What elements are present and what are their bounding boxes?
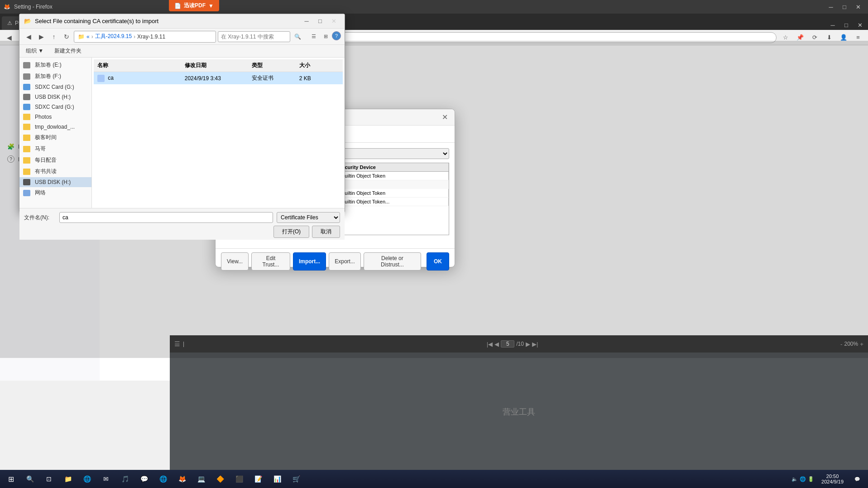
taskbar-store[interactable]: 🛒 (287, 470, 305, 488)
fd-organize-btn[interactable]: 组织 ▼ (23, 46, 46, 56)
file-size-ca: 2 KB (296, 74, 343, 82)
browser-maximize-btn[interactable]: □ (840, 20, 853, 30)
taskbar-explorer[interactable]: 📁 (59, 470, 77, 488)
daily-folder-icon (23, 157, 30, 164)
breadcrumb-sep1: › (91, 34, 93, 40)
filename-row: 文件名(N): Certificate Files (24, 212, 340, 223)
fd-view-list-btn[interactable]: ☰ (308, 31, 319, 42)
start-menu-btn[interactable]: ⊞ (2, 470, 20, 488)
file-search-input[interactable] (218, 31, 290, 42)
breadcrumb-root-icon: 📁 (78, 34, 85, 40)
clock-time: 20:50 (826, 474, 839, 479)
taskbar-terminal[interactable]: ⬛ (230, 470, 248, 488)
file-dialog-close-btn[interactable]: ✕ (327, 16, 340, 26)
taskbar-monitor[interactable]: 📊 (268, 470, 286, 488)
network-icon (23, 190, 30, 196)
sidebar-usb-h1[interactable]: USB DISK (H:) (19, 92, 91, 102)
fd-help-btn[interactable]: ? (332, 31, 341, 40)
task-view-btn[interactable]: ⊡ (40, 470, 58, 488)
cert-manager-close-btn[interactable]: ✕ (440, 113, 449, 122)
minimize-btn[interactable]: ─ (825, 2, 837, 12)
sidebar-photos[interactable]: Photos (19, 112, 91, 122)
filetype-select[interactable]: Certificate Files (277, 212, 340, 223)
sdxc-g1-icon (23, 84, 30, 90)
taskbar-vscode[interactable]: 💻 (192, 470, 210, 488)
books-folder-icon (23, 169, 30, 175)
file-row-ca[interactable]: ca 2024/9/19 3:43 安全证书 2 KB (94, 72, 343, 84)
taskbar-mail[interactable]: ✉ (97, 470, 115, 488)
sdxc-g2-icon (23, 104, 30, 110)
sidebar-newadd-f-label: 新加卷 (F:) (35, 72, 61, 80)
filename-input[interactable] (59, 212, 273, 223)
file-cancel-btn[interactable]: 取消 (312, 226, 340, 238)
breadcrumb-part1: « (86, 34, 90, 40)
ca-file-icon (97, 75, 105, 82)
sys-icon-3[interactable]: 🔋 (808, 476, 814, 482)
fd-up-btn[interactable]: ↑ (48, 31, 59, 42)
cert-device-affirm-net: Builtin Object Token... (338, 198, 449, 206)
browser-minimize-btn[interactable]: ─ (826, 20, 839, 30)
taskbar-clock[interactable]: 20:50 2024/9/19 (818, 474, 847, 484)
taskbar-wechat[interactable]: 💬 (135, 470, 153, 488)
breadcrumb-sep2: › (134, 34, 135, 40)
browser-close-btn[interactable]: ✕ (854, 20, 866, 30)
fd-search-btn[interactable]: 🔍 (292, 31, 303, 42)
sidebar-network-label: 网络 (35, 189, 46, 197)
import-btn[interactable]: Import... (293, 252, 326, 271)
fd-forward-btn[interactable]: ▶ (36, 31, 47, 42)
search-btn[interactable]: 🔍 (21, 470, 39, 488)
delete-distrust-btn[interactable]: Delete or Distrust... (364, 252, 421, 271)
file-dialog-maximize-btn[interactable]: □ (314, 16, 326, 26)
fd-refresh-btn[interactable]: ↻ (61, 31, 72, 42)
file-dialog-minimize-btn[interactable]: ─ (300, 16, 313, 26)
col-security-device: Security Device (335, 163, 449, 171)
file-main: 名称 修改日期 类型 大小 ca 2024/9/19 3:43 安全证书 2 K… (92, 58, 345, 208)
sidebar-mage[interactable]: 马哥 (19, 143, 91, 155)
file-date-ca: 2024/9/19 3:43 (181, 74, 249, 82)
sidebar-newadd-f[interactable]: 新加卷 (F:) (19, 71, 91, 82)
sidebar-usb-h1-label: USB DISK (H:) (35, 94, 71, 100)
sys-icon-2[interactable]: 🌐 (800, 476, 806, 482)
close-window-btn[interactable]: ✕ (852, 2, 864, 12)
file-dialog-body: 新加卷 (E:) 新加卷 (F:) SDXC Card (G:) USB DIS… (19, 58, 345, 208)
sidebar-sdxc-g2-label: SDXC Card (G:) (35, 104, 74, 110)
taskbar-sys-icons: 🔈 🌐 🔋 (789, 476, 817, 482)
sys-icon-1[interactable]: 🔈 (791, 476, 798, 482)
edit-trust-btn[interactable]: Edit Trust... (251, 252, 290, 271)
drive-e-icon (23, 62, 30, 68)
taskbar-edge[interactable]: 🌐 (78, 470, 96, 488)
view-btn[interactable]: View... (221, 252, 249, 271)
notification-btn[interactable]: 💬 (848, 470, 866, 488)
export-btn[interactable]: Export... (329, 252, 361, 271)
sidebar-tmp[interactable]: tmp_dowload_... (19, 122, 91, 132)
fd-view-grid-btn[interactable]: ⊞ (320, 31, 331, 42)
file-open-btn[interactable]: 打开(O) (273, 226, 309, 238)
maximize-btn[interactable]: □ (838, 2, 851, 12)
jike-folder-icon (23, 135, 30, 141)
fd-new-folder-btn[interactable]: 新建文件夹 (52, 46, 84, 56)
sidebar-newadd-e[interactable]: 新加卷 (E:) (19, 59, 91, 71)
sidebar-daily[interactable]: 每日配音 (19, 155, 91, 166)
sidebar-sdxc-g1[interactable]: SDXC Card (G:) (19, 82, 91, 92)
sidebar-mage-label: 马哥 (35, 145, 46, 153)
breadcrumb-xray[interactable]: Xray-1.9.11 (137, 34, 165, 40)
file-path-bar[interactable]: 📁 « › 工具-2024.9.15 › Xray-1.9.11 (74, 31, 216, 43)
taskbar-firefox[interactable]: 🦊 (173, 470, 191, 488)
taskbar-notes[interactable]: 📝 (249, 470, 267, 488)
sidebar-usb-h2[interactable]: USB DISK (H:) (19, 177, 91, 187)
file-name-ca: ca (94, 74, 181, 83)
sidebar-books[interactable]: 有书共读 (19, 166, 91, 177)
mage-folder-icon (23, 146, 30, 152)
file-dialog-title-area: 📂 Select File containing CA certificate(… (24, 18, 158, 24)
file-action-toolbar: 组织 ▼ 新建文件夹 (19, 45, 345, 58)
sidebar-sdxc-g2[interactable]: SDXC Card (G:) (19, 102, 91, 112)
fd-back-btn[interactable]: ◀ (23, 31, 34, 42)
sidebar-jike[interactable]: 极客时间 (19, 132, 91, 143)
breadcrumb-tools[interactable]: 工具-2024.9.15 (95, 33, 132, 40)
sidebar-network[interactable]: 网络 (19, 187, 91, 198)
taskbar-music[interactable]: 🎵 (116, 470, 134, 488)
taskbar-chrome[interactable]: 🌐 (154, 470, 172, 488)
ok-btn[interactable]: OK (427, 252, 449, 271)
file-sidebar: 新加卷 (E:) 新加卷 (F:) SDXC Card (G:) USB DIS… (19, 58, 92, 208)
taskbar-burp[interactable]: 🔶 (211, 470, 229, 488)
